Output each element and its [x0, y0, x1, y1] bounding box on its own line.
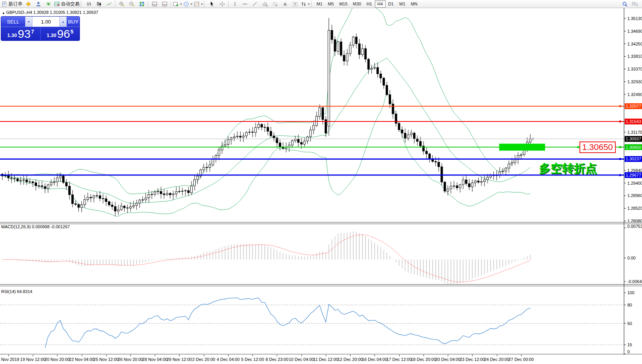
time-tick [423, 355, 424, 356]
crosshair-button[interactable] [217, 0, 227, 8]
tf-button-D1[interactable]: D1 [386, 0, 396, 8]
time-tick-label: 28 Nov 04:00 [142, 357, 168, 362]
time-tick-label: 12 Dec 20:00 [337, 357, 363, 362]
time-tick-label: 2 Dec 20:00 [192, 357, 215, 362]
zoom-in-button[interactable] [117, 0, 127, 8]
level-axis-label: 1.30237 [626, 157, 641, 161]
time-tick [204, 355, 204, 356]
period-button[interactable]: ▾ [183, 0, 193, 8]
time-tick-label: 17 Dec 12:00 [386, 357, 412, 362]
bar-chart-button[interactable] [84, 0, 94, 8]
gold-icon [25, 1, 31, 7]
chat-button[interactable] [630, 0, 640, 8]
turning-point-annotation[interactable]: 多空转折点 [539, 161, 597, 177]
indicator-window-button[interactable] [149, 0, 159, 8]
line-chart-button[interactable] [104, 0, 114, 8]
fibonacci-button[interactable]: F [270, 0, 280, 8]
macd-pane[interactable]: 0.0075380.00-0.006446 [0, 223, 642, 284]
price-tick-label: 1.34690 [627, 29, 642, 34]
symbol-ohlc-text: GBPUSD-,H4 1.30928 1.31005 1.30821 1.309… [6, 10, 98, 15]
vertical-line-button[interactable] [230, 0, 240, 8]
time-tick [179, 355, 180, 356]
price-pane[interactable]: 1.351301.346901.342501.338101.333701.329… [0, 8, 642, 222]
channel-button[interactable]: E [260, 0, 270, 8]
toolbar-separator [171, 1, 171, 7]
rsi-pane[interactable]: 1008050150 [0, 285, 642, 354]
level-callout-label[interactable]: 1.30650 [579, 142, 616, 153]
buy-button[interactable]: BUY [67, 17, 80, 27]
rsi-axis-label: 80 [627, 303, 632, 307]
time-tick [326, 355, 326, 356]
indicator-list-button[interactable] [159, 0, 169, 8]
tf-button-M15[interactable]: M15 [337, 0, 350, 8]
new-order-icon [2, 1, 7, 7]
volume-increase-button[interactable]: ▲ [59, 17, 67, 27]
price-tick-label: 1.34250 [627, 42, 642, 46]
price-tick-label: 1.33370 [627, 67, 642, 71]
tf-button-W1[interactable]: W1 [396, 0, 408, 8]
fibonacci-icon: F [272, 1, 278, 7]
signal-button[interactable] [43, 0, 53, 8]
level-axis-label: 1.30937 [626, 136, 641, 141]
template-button[interactable]: ▾ [193, 0, 203, 8]
shapes-button[interactable]: ▾ [300, 0, 310, 8]
time-tick-label: 16 Dec 04:00 [362, 357, 387, 362]
time-axis[interactable]: 8 Nov 201919 Nov 12:0020 Nov 20:0022 Nov… [0, 355, 642, 364]
tf-button-H1[interactable]: H1 [364, 0, 374, 8]
candlestick-icon [96, 1, 102, 7]
price-tick-label: 1.28960 [627, 193, 642, 198]
price-tick-label: 1.29400 [627, 181, 642, 185]
volume-input[interactable] [32, 17, 59, 27]
dropdown-caret-icon: ▾ [191, 2, 192, 6]
sell-price-pip: 7 [31, 29, 34, 35]
tf-button-M5[interactable]: M5 [325, 0, 336, 8]
timeframe-group: M1M5M15M30H1H4D1W1MN [314, 0, 420, 8]
price-tick-label: 1.35130 [627, 16, 642, 21]
tile-windows-button[interactable] [137, 0, 147, 8]
time-tick-label: 10 Dec 04:00 [289, 357, 314, 362]
tf-button-M1[interactable]: M1 [314, 0, 325, 8]
time-tick-label: 20 Nov 20:00 [45, 357, 70, 362]
tf-button-MN[interactable]: MN [408, 0, 420, 8]
new-order-button[interactable]: 新订单 [1, 0, 23, 8]
cursor-button[interactable] [207, 0, 217, 8]
buy-price[interactable]: 1.30965 [41, 27, 80, 40]
svg-text:F: F [276, 4, 278, 7]
price-tick-label: 1.28080 [627, 219, 642, 222]
trendline-button[interactable] [250, 0, 260, 8]
template-icon [194, 1, 200, 7]
time-tick-label: 8 Nov 2019 [0, 357, 19, 362]
candlestick-button[interactable] [94, 0, 104, 8]
symbol-ohlc-line: ▲GBPUSD-,H4 1.30928 1.31005 1.30821 1.30… [2, 10, 98, 15]
auto-trading-button[interactable]: 自动交易 [53, 0, 80, 8]
gold-button[interactable] [23, 0, 33, 8]
text-tool-button[interactable]: A [280, 0, 290, 8]
collapse-marker-icon[interactable]: ▲ [2, 11, 5, 15]
toolbar-separator [228, 1, 229, 7]
toolbar-grip [204, 1, 206, 7]
bollinger-lower [2, 91, 530, 216]
new-chart-icon [173, 1, 179, 7]
buy-price-big: 96 [57, 29, 70, 39]
tf-button-H4[interactable]: H4 [375, 0, 386, 8]
volume-decrease-button[interactable]: ▼ [25, 17, 32, 27]
time-tick [374, 355, 375, 356]
level-axis-label: 1.32077 [626, 104, 641, 108]
sell-price[interactable]: 1.30937 [1, 27, 41, 40]
level-axis-label: 1.29677 [626, 173, 641, 177]
zoom-out-button[interactable] [127, 0, 137, 8]
trade-panel-top: SELL ▼ ▲ BUY [1, 17, 80, 27]
level-axis-label: 1.31543 [626, 119, 641, 124]
tf-button-M30[interactable]: M30 [350, 0, 364, 8]
time-tick-label: 8 Dec 23:00 [266, 357, 288, 362]
sell-button[interactable]: SELL [1, 17, 25, 27]
text-label-button[interactable]: T [290, 0, 300, 8]
level-handle [619, 105, 621, 107]
search-button[interactable] [620, 0, 630, 8]
horizontal-line-button[interactable] [240, 0, 250, 8]
time-tick-label: 20 Dec 04:00 [435, 357, 460, 362]
new-chart-button[interactable]: ▾ [172, 0, 183, 8]
profile-button[interactable] [33, 0, 43, 8]
indicator-window-icon [152, 1, 158, 7]
buy-price-prefix: 1.30 [47, 32, 56, 38]
